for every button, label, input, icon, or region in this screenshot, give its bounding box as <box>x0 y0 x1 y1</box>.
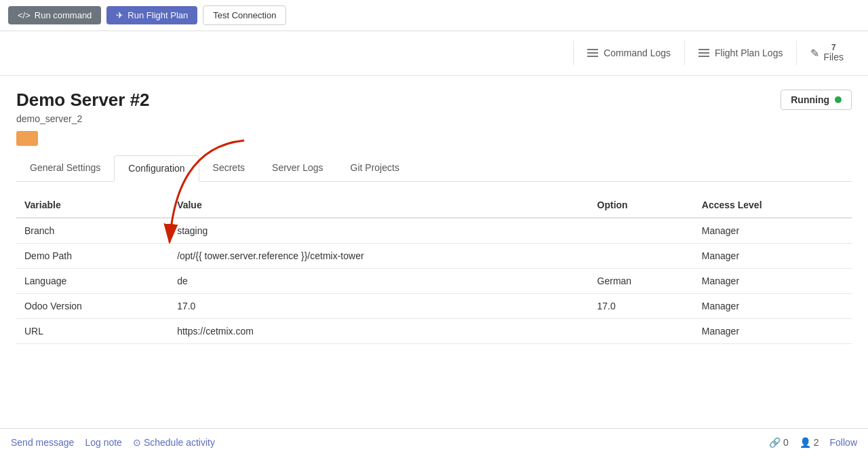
cell-variable: Language <box>16 268 169 293</box>
test-connection-label: Test Connection <box>213 10 276 20</box>
users-icon: 👤 <box>800 437 811 448</box>
run-command-icon: </> <box>18 10 31 20</box>
footer: Send message Log note ⊙ Schedule activit… <box>0 428 868 456</box>
run-flight-icon: ✈ <box>116 10 123 20</box>
flight-plan-logs-label: Flight Plan Logs <box>715 48 783 58</box>
tab-secrets[interactable]: Secrets <box>199 155 258 182</box>
cell-value: /opt/{{ tower.server.reference }}/cetmix… <box>169 243 589 268</box>
cell-access-level: Manager <box>694 243 852 268</box>
files-button[interactable]: ✎ 7 Files <box>797 37 857 70</box>
test-connection-button[interactable]: Test Connection <box>203 5 286 25</box>
server-title: Demo Server #2 <box>16 90 852 111</box>
log-note-link[interactable]: Log note <box>85 437 122 448</box>
toolbar: </> Run command ✈ Run Flight Plan Test C… <box>0 0 868 31</box>
header-right: Command Logs Flight Plan Logs ✎ 7 Files <box>0 31 868 76</box>
cell-access-level: Manager <box>694 218 852 244</box>
status-indicator <box>835 96 842 103</box>
schedule-label: Schedule activity <box>144 437 215 448</box>
run-command-button[interactable]: </> Run command <box>8 6 101 24</box>
cell-value: 17.0 <box>169 293 589 318</box>
tab-general-settings[interactable]: General Settings <box>16 155 114 182</box>
cell-access-level: Manager <box>694 293 852 318</box>
run-command-label: Run command <box>35 10 92 20</box>
cell-value: https://cetmix.com <box>169 318 589 343</box>
configuration-table: Variable Value Option Access Level Branc… <box>16 193 852 344</box>
tab-bar: General Settings Configuration Secrets S… <box>16 155 852 182</box>
command-logs-icon <box>587 49 598 57</box>
links-count: 0 <box>783 437 789 448</box>
footer-right: 🔗 0 👤 2 Follow <box>769 437 857 448</box>
cell-variable: URL <box>16 318 169 343</box>
cell-value: staging <box>169 218 589 244</box>
flight-plan-logs-icon <box>698 49 709 57</box>
tab-git-projects[interactable]: Git Projects <box>337 155 413 182</box>
run-flight-label: Run Flight Plan <box>127 10 188 20</box>
tab-configuration[interactable]: Configuration <box>114 155 199 182</box>
table-row: Branch staging Manager <box>16 218 852 244</box>
send-message-link[interactable]: Send message <box>11 437 74 448</box>
edit-file-icon: ✎ <box>810 47 819 60</box>
cell-access-level: Manager <box>694 318 852 343</box>
command-logs-button[interactable]: Command Logs <box>573 41 685 65</box>
table-row: Odoo Version 17.0 17.0 Manager <box>16 293 852 318</box>
status-badge: Running <box>781 90 852 110</box>
follow-button[interactable]: Follow <box>830 437 857 448</box>
schedule-activity-button[interactable]: ⊙ Schedule activity <box>133 437 215 448</box>
status-label: Running <box>791 94 829 105</box>
cell-variable: Odoo Version <box>16 293 169 318</box>
clock-icon: ⊙ <box>133 437 141 448</box>
cell-access-level: Manager <box>694 268 852 293</box>
tab-server-logs[interactable]: Server Logs <box>258 155 336 182</box>
col-option: Option <box>589 193 694 218</box>
table-row: Demo Path /opt/{{ tower.server.reference… <box>16 243 852 268</box>
main-content: Running Demo Server #2 demo_server_2 Gen… <box>0 76 868 428</box>
command-logs-label: Command Logs <box>604 48 671 58</box>
link-icon: 🔗 <box>769 437 781 448</box>
links-count-item[interactable]: 🔗 0 <box>769 437 789 448</box>
cell-option <box>589 243 694 268</box>
flight-plan-logs-button[interactable]: Flight Plan Logs <box>685 41 797 65</box>
col-value: Value <box>169 193 589 218</box>
files-label: Files <box>823 52 844 62</box>
cell-variable: Demo Path <box>16 243 169 268</box>
run-flight-plan-button[interactable]: ✈ Run Flight Plan <box>106 6 197 24</box>
cell-value: de <box>169 268 589 293</box>
cell-option <box>589 218 694 244</box>
table-row: URL https://cetmix.com Manager <box>16 318 852 343</box>
cell-variable: Branch <box>16 218 169 244</box>
users-count-item[interactable]: 👤 2 <box>800 437 819 448</box>
cell-option <box>589 318 694 343</box>
server-color-badge <box>16 131 38 146</box>
col-access-level: Access Level <box>694 193 852 218</box>
col-variable: Variable <box>16 193 169 218</box>
cell-option: 17.0 <box>589 293 694 318</box>
cell-option: German <box>589 268 694 293</box>
server-reference: demo_server_2 <box>16 113 852 124</box>
table-row: Language de German Manager <box>16 268 852 293</box>
users-count: 2 <box>814 437 819 448</box>
